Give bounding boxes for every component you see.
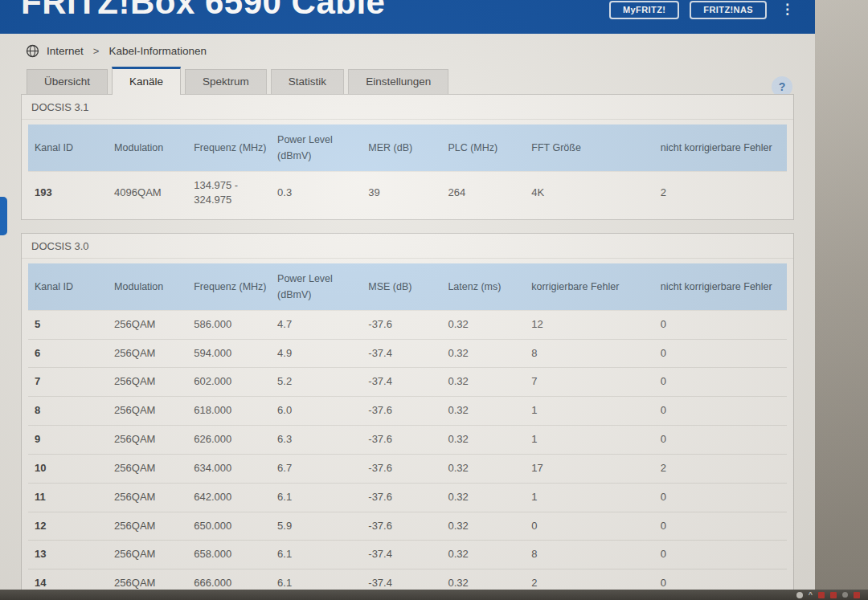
column-header: nicht korrigierbare Fehler xyxy=(654,124,787,171)
breadcrumb-root[interactable]: Internet xyxy=(47,45,84,57)
table-cell: 39 xyxy=(362,171,441,214)
table-cell: 618.000 xyxy=(187,397,271,426)
globe-icon xyxy=(26,44,39,58)
table-row: 13256QAM658.0006.1-37.40.3280 xyxy=(28,541,787,569)
column-header: PLC (MHz) xyxy=(441,124,525,171)
table-cell: 0 xyxy=(654,397,787,426)
myfritz-button[interactable]: MyFRITZ! xyxy=(609,1,679,19)
breadcrumb-separator-icon: > xyxy=(93,45,100,57)
tab-statistik[interactable]: Statistik xyxy=(271,69,344,94)
table-cell: 256QAM xyxy=(108,368,187,397)
table-cell: 5.2 xyxy=(271,368,362,397)
app-red-icon[interactable] xyxy=(818,592,825,598)
table-cell: 0 xyxy=(525,512,653,541)
table-cell: 0.32 xyxy=(441,541,525,569)
column-header: Kanal ID xyxy=(28,263,108,310)
column-header: Latenz (ms) xyxy=(441,263,525,310)
table-cell: 134.975 - 324.975 xyxy=(187,171,271,214)
breadcrumb-current: Kabel-Informationen xyxy=(108,45,207,57)
table-cell: 2 xyxy=(654,171,787,214)
tab-spektrum[interactable]: Spektrum xyxy=(185,69,267,94)
table-row: 5256QAM586.0004.7-37.60.32120 xyxy=(28,310,787,339)
table-cell: 5 xyxy=(28,310,108,339)
column-header: korrigierbare Fehler xyxy=(525,263,653,310)
table-cell: 0.32 xyxy=(441,310,525,339)
table-cell: -37.4 xyxy=(362,541,441,569)
table-cell: 12 xyxy=(525,310,653,339)
fritznas-button[interactable]: FRITZ!NAS xyxy=(690,1,767,19)
desk-background xyxy=(815,0,868,600)
table-cell: 11 xyxy=(28,483,108,512)
table-cell: 0 xyxy=(654,426,787,455)
tray-circle-icon[interactable] xyxy=(796,592,803,598)
table-cell: 0.32 xyxy=(441,512,525,541)
table-cell: 0.32 xyxy=(441,368,525,397)
tab-uebersicht[interactable]: Übersicht xyxy=(27,69,108,94)
table-row: 8256QAM618.0006.0-37.60.3210 xyxy=(28,397,787,426)
table-row: 7256QAM602.0005.2-37.40.3270 xyxy=(28,368,787,397)
browser-viewport: FRITZ!Box 6590 Cable MyFRITZ! FRITZ!NAS … xyxy=(0,0,815,600)
table-cell: 626.000 xyxy=(187,426,271,455)
table-cell: 17 xyxy=(525,454,653,483)
table-cell: 0 xyxy=(654,310,787,339)
table-cell: 602.000 xyxy=(187,368,271,397)
chevron-up-icon[interactable]: ^ xyxy=(809,591,813,598)
table-row: 1934096QAM134.975 - 324.9750.3392644K2 xyxy=(28,171,787,214)
table-row: 10256QAM634.0006.7-37.60.32172 xyxy=(28,454,787,483)
table-cell: 5.9 xyxy=(271,512,362,541)
docsis30-table-wrap: Kanal IDModulationFrequenz (MHz)Power Le… xyxy=(22,259,793,600)
table-cell: 0 xyxy=(654,368,787,397)
table-cell: 4.9 xyxy=(271,339,362,368)
table-cell: 12 xyxy=(28,512,108,541)
taskbar: ^ xyxy=(0,590,868,600)
table-row: 9256QAM626.0006.3-37.60.3210 xyxy=(28,426,787,455)
table-cell: 256QAM xyxy=(108,397,187,426)
kebab-menu-icon[interactable]: ⋮ xyxy=(780,1,794,18)
header-actions: MyFRITZ! FRITZ!NAS ⋮ xyxy=(609,1,794,19)
table-cell: 7 xyxy=(525,368,653,397)
left-edge-tab[interactable] xyxy=(0,197,7,235)
tab-kanaele[interactable]: Kanäle xyxy=(112,67,181,95)
tray-dot-icon[interactable] xyxy=(842,592,848,598)
app-red-icon[interactable] xyxy=(830,592,837,598)
table-header-row: Kanal IDModulationFrequenz (MHz)Power Le… xyxy=(28,263,787,310)
column-header: Modulation xyxy=(108,124,187,171)
table-cell: 256QAM xyxy=(108,512,187,541)
table-cell: 0.3 xyxy=(271,171,362,214)
table-cell: 264 xyxy=(441,171,525,214)
table-cell: 6.1 xyxy=(271,483,362,512)
table-cell: 6.7 xyxy=(271,454,362,483)
table-cell: 256QAM xyxy=(108,541,187,569)
table-cell: 650.000 xyxy=(187,512,271,541)
table-cell: -37.6 xyxy=(362,483,441,512)
docsis31-table: Kanal IDModulationFrequenz (MHz)Power Le… xyxy=(28,124,787,214)
table-cell: 8 xyxy=(525,339,653,368)
section-label-docsis30: DOCSIS 3.0 xyxy=(22,234,793,259)
table-cell: 0 xyxy=(654,483,787,512)
tab-bar: Übersicht Kanäle Spektrum Statistik Eins… xyxy=(21,67,794,94)
app-header: FRITZ!Box 6590 Cable MyFRITZ! FRITZ!NAS … xyxy=(0,0,815,34)
column-header: Kanal ID xyxy=(28,124,108,171)
table-cell: 0.32 xyxy=(441,426,525,455)
table-cell: 4K xyxy=(525,171,653,214)
table-cell: 0.32 xyxy=(441,339,525,368)
docsis30-panel: DOCSIS 3.0 Kanal IDModulationFrequenz (M… xyxy=(21,233,794,600)
app-red-icon[interactable] xyxy=(854,592,860,598)
table-cell: 0 xyxy=(654,512,787,541)
table-cell: -37.4 xyxy=(362,368,441,397)
section-label-docsis31: DOCSIS 3.1 xyxy=(22,95,793,120)
tab-einstellungen[interactable]: Einstellungen xyxy=(348,69,448,94)
breadcrumb: Internet > Kabel-Informationen xyxy=(21,34,794,67)
table-cell: -37.6 xyxy=(362,397,441,426)
table-cell: 586.000 xyxy=(187,310,271,339)
docsis31-panel: DOCSIS 3.1 Kanal IDModulationFrequenz (M… xyxy=(21,94,794,220)
column-header: Power Level (dBmV) xyxy=(271,263,362,310)
table-cell: 0.32 xyxy=(441,454,525,483)
column-header: Frequenz (MHz) xyxy=(187,124,271,171)
table-cell: 1 xyxy=(525,397,653,426)
table-cell: 6 xyxy=(28,339,108,368)
page-content: Internet > Kabel-Informationen ? Übersic… xyxy=(0,34,815,600)
docsis31-table-body: 1934096QAM134.975 - 324.9750.3392644K2 xyxy=(28,171,787,214)
column-header: MER (dB) xyxy=(362,124,441,171)
table-cell: 256QAM xyxy=(108,426,187,455)
